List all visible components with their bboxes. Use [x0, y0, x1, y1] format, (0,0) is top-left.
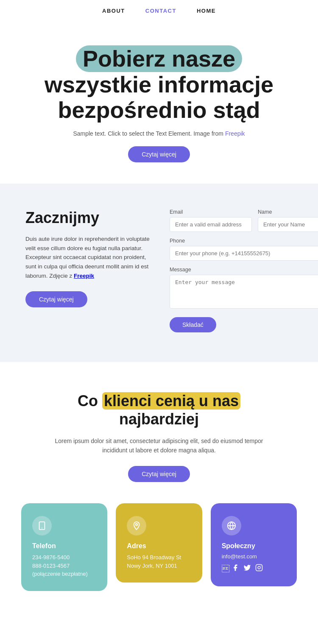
testimonials-heading-part1: Co [78, 392, 102, 410]
email-label: Email [170, 209, 252, 215]
testimonials-heading-part2: najbardziej [119, 410, 199, 428]
twitter-icon[interactable] [243, 564, 251, 574]
card-spoleczny-email[interactable]: info@test.com [222, 553, 286, 560]
hero-freepik-link[interactable]: Freepik [225, 130, 245, 137]
hero-title: Pobierz nasze wszystkie informacje bezpo… [34, 45, 284, 123]
facebook-icon[interactable]:  [222, 564, 239, 574]
social-icons:  [222, 564, 286, 574]
phone-label: Phone [170, 238, 318, 244]
phone-icon [32, 516, 52, 535]
email-field-group: Email [170, 209, 252, 232]
cards-row: Telefon 234-9876-5400888-0123-4567 (połą… [0, 503, 318, 621]
help-section: Jak możemy Ci teraz pomóc? Sample text. … [0, 621, 318, 644]
hero-section: Pobierz nasze wszystkie informacje bezpo… [0, 20, 318, 184]
message-field-group: Message [170, 267, 318, 309]
email-input[interactable] [170, 217, 252, 232]
name-input[interactable] [258, 217, 318, 232]
hero-title-highlight: Pobierz nasze [76, 45, 242, 72]
contact-body: Duis aute irure dolor in reprehenderit i… [25, 234, 153, 280]
form-submit-button[interactable]: Składać [170, 317, 216, 332]
testimonials-heading: Co klienci cenią u nas najbardziej [34, 392, 284, 428]
globe-icon [222, 516, 241, 535]
card-spoleczny-heading: Społeczny [222, 542, 286, 550]
message-input[interactable] [170, 275, 318, 309]
hero-title-rest: wszystkie informacje bezpośrednio stąd [45, 72, 273, 122]
testimonials-cta-button[interactable]: Czytaj więcej [128, 466, 190, 482]
name-field-group: Name [258, 209, 318, 232]
message-label: Message [170, 267, 318, 273]
card-adres-heading: Adres [127, 542, 191, 550]
card-telefon-lines: 234-9876-5400888-0123-4567 (połączenie b… [32, 553, 96, 578]
svg-point-2 [136, 524, 138, 526]
contact-heading: Zacznijmy [25, 209, 153, 227]
navigation: ABOUT CONTACT HOME [0, 0, 318, 20]
svg-rect-5 [256, 565, 262, 571]
phone-field-group: Phone [170, 238, 318, 261]
hero-subtitle: Sample text. Click to select the Text El… [34, 130, 284, 137]
testimonials-heading-highlight: klienci cenią u nas [102, 392, 240, 410]
nav-contact[interactable]: CONTACT [145, 8, 176, 14]
card-telefon: Telefon 234-9876-5400888-0123-4567 (połą… [21, 503, 107, 591]
location-icon [127, 516, 146, 535]
card-adres-lines: SoHo 94 Broadway St Nowy Jork, NY 1001 [127, 553, 191, 570]
testimonials-body: Lorem ipsum dolor sit amet, consectetur … [53, 436, 265, 455]
phone-input[interactable] [170, 246, 318, 261]
contact-cta-button[interactable]: Czytaj więcej [25, 291, 87, 307]
hero-cta-button[interactable]: Czytaj więcej [128, 146, 190, 162]
name-label: Name [258, 209, 318, 215]
card-telefon-heading: Telefon [32, 542, 96, 550]
instagram-icon[interactable] [255, 564, 263, 574]
contact-section: Zacznijmy Duis aute irure dolor in repre… [0, 184, 318, 362]
contact-freepik-link[interactable]: Freepik [74, 273, 94, 279]
nav-about[interactable]: ABOUT [102, 8, 125, 14]
card-adres: Adres SoHo 94 Broadway St Nowy Jork, NY … [116, 503, 202, 583]
nav-home[interactable]: HOME [197, 8, 216, 14]
contact-left: Zacznijmy Duis aute irure dolor in repre… [25, 209, 153, 307]
card-spoleczny: Społeczny info@test.com  [211, 503, 297, 586]
contact-form: Email Name Phone Message Składać [170, 209, 318, 332]
testimonials-section: Co klienci cenią u nas najbardziej Lorem… [0, 362, 318, 503]
